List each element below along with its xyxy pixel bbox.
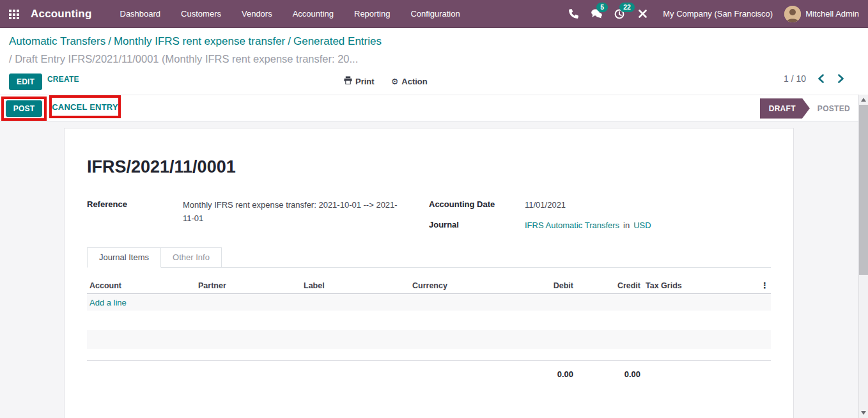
- form-statusbar: POST CANCEL ENTRY DRAFT POSTED: [0, 95, 858, 121]
- total-credit: 0.00: [576, 366, 643, 382]
- print-menu[interactable]: Print: [344, 76, 375, 86]
- create-button[interactable]: CREATE: [47, 75, 79, 84]
- field-reference: Reference Monthly IFRS rent expense tran…: [87, 199, 429, 226]
- breadcrumb-current: / Draft Entry IFRS/2021/11/0001 (Monthly…: [9, 53, 358, 65]
- add-line-row: Add a line: [87, 294, 771, 311]
- status-widget: DRAFT POSTED: [760, 95, 850, 121]
- post-button[interactable]: POST: [6, 100, 42, 117]
- messages-count-badge: 5: [596, 3, 608, 12]
- breadcrumb-link-transfer[interactable]: Monthly IFRS rent expense transfer: [114, 35, 285, 47]
- optional-columns-icon[interactable]: ⋮: [761, 281, 769, 290]
- journal-link[interactable]: IFRS Automatic Transfers: [525, 221, 619, 230]
- scrollbar-down-arrow[interactable]: [861, 411, 866, 415]
- odoo-accounting-screen: Accounting Dashboard Customers Vendors A…: [0, 0, 868, 418]
- accounting-date-value: 11/01/2021: [525, 199, 566, 212]
- field-journal: Journal IFRS Automatic TransfersinUSD: [429, 219, 771, 233]
- pager-value: 1 / 10: [784, 74, 806, 84]
- status-draft[interactable]: DRAFT: [760, 98, 810, 119]
- apps-menu-icon[interactable]: [9, 9, 20, 19]
- scrollbar-up-arrow[interactable]: [861, 98, 866, 102]
- col-header-tax-grids: Tax Grids: [643, 278, 758, 293]
- phone-icon[interactable]: [562, 0, 585, 28]
- pager-previous-button[interactable]: [816, 73, 826, 84]
- col-header-credit: Credit: [576, 278, 643, 293]
- tab-journal-items[interactable]: Journal Items: [87, 247, 161, 268]
- tab-other-info[interactable]: Other Info: [161, 247, 222, 268]
- pager-next-button[interactable]: [836, 73, 846, 84]
- field-accounting-date: Accounting Date 11/01/2021: [429, 199, 771, 212]
- empty-row: [87, 311, 771, 330]
- form-sheet: IFRS/2021/11/0001 Reference Monthly IFRS…: [64, 128, 794, 418]
- menu-configuration[interactable]: Configuration: [400, 1, 470, 27]
- breadcrumb-separator: /: [108, 35, 111, 47]
- action-menu[interactable]: ⚙ Action: [391, 76, 428, 86]
- breadcrumb: Automatic Transfers/Monthly IFRS rent ex…: [9, 35, 382, 48]
- gear-icon: ⚙: [391, 77, 399, 86]
- edit-button[interactable]: EDIT: [9, 74, 42, 90]
- field-group: Reference Monthly IFRS rent expense tran…: [87, 199, 771, 240]
- printer-icon: [344, 76, 352, 86]
- currency-link[interactable]: USD: [633, 221, 651, 230]
- journal-in-text: in: [623, 221, 630, 230]
- journal-items-table: Account Partner Label Currency Debit Cre…: [87, 277, 771, 382]
- empty-row: [87, 349, 771, 360]
- totals-row: 0.00 0.00: [87, 360, 771, 382]
- vertical-scrollbar: [858, 95, 868, 418]
- col-header-partner: Partner: [196, 278, 301, 293]
- navbar-systray: 5 22 My Company (San Francisco): [562, 0, 859, 28]
- cancel-entry-button[interactable]: CANCEL ENTRY: [52, 102, 118, 112]
- control-panel-actions: Print ⚙ Action: [344, 76, 428, 86]
- control-panel: Automatic Transfers/Monthly IFRS rent ex…: [0, 28, 858, 95]
- menu-accounting[interactable]: Accounting: [283, 1, 344, 27]
- col-header-currency: Currency: [410, 278, 512, 293]
- menu-vendors[interactable]: Vendors: [231, 1, 283, 27]
- col-header-label: Label: [301, 278, 410, 293]
- table-header-row: Account Partner Label Currency Debit Cre…: [87, 277, 771, 294]
- menu-dashboard[interactable]: Dashboard: [110, 1, 171, 27]
- action-label: Action: [401, 77, 427, 86]
- total-debit: 0.00: [512, 366, 576, 382]
- entry-title: IFRS/2021/11/0001: [87, 157, 236, 177]
- menu-customers[interactable]: Customers: [171, 1, 231, 27]
- menu-reporting[interactable]: Reporting: [344, 1, 400, 27]
- main-menu: Dashboard Customers Vendors Accounting R…: [110, 1, 470, 27]
- empty-row: [87, 330, 771, 349]
- status-posted[interactable]: POSTED: [818, 104, 850, 113]
- annotation-box-post: POST: [1, 97, 47, 121]
- reference-value: Monthly IFRS rent expense transfer: 2021…: [183, 199, 399, 226]
- activities-icon[interactable]: 22: [608, 0, 631, 28]
- messages-icon[interactable]: 5: [585, 0, 608, 28]
- user-avatar[interactable]: [784, 6, 801, 22]
- add-line-link[interactable]: Add a line: [89, 298, 127, 307]
- company-switcher[interactable]: My Company (San Francisco): [663, 9, 773, 19]
- top-navbar: Accounting Dashboard Customers Vendors A…: [0, 0, 868, 28]
- app-name[interactable]: Accounting: [31, 8, 92, 20]
- notebook-tabs: Journal Items Other Info: [87, 247, 771, 268]
- user-menu[interactable]: Mitchell Admin: [805, 9, 859, 19]
- content-area: IFRS/2021/11/0001 Reference Monthly IFRS…: [0, 121, 858, 418]
- tools-icon[interactable]: [631, 0, 654, 28]
- breadcrumb-link-automatic-transfers[interactable]: Automatic Transfers: [9, 35, 105, 47]
- col-header-debit: Debit: [512, 278, 576, 293]
- breadcrumb-link-generated-entries[interactable]: Generated Entries: [293, 35, 382, 47]
- reference-label: Reference: [87, 199, 183, 226]
- scrollbar-thumb[interactable]: [859, 105, 868, 275]
- col-header-account: Account: [87, 278, 196, 293]
- annotation-box-cancel-entry: CANCEL ENTRY: [49, 95, 121, 118]
- print-label: Print: [355, 77, 375, 86]
- journal-label: Journal: [429, 219, 525, 233]
- breadcrumb-separator: /: [288, 35, 291, 47]
- pager: 1 / 10: [784, 73, 846, 84]
- accounting-date-label: Accounting Date: [429, 199, 525, 212]
